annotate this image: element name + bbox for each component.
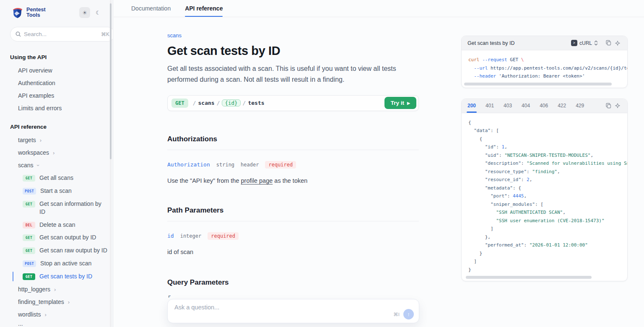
required-badge: required xyxy=(265,161,296,169)
page-title: Get scan tests by ID xyxy=(167,44,419,58)
breadcrumb-scans-link[interactable]: scans xyxy=(167,32,419,39)
sidebar-scrollbar-thumb[interactable] xyxy=(110,3,112,159)
profile-page-link[interactable]: profile page xyxy=(241,177,273,184)
request-card-title: Get scan tests by ID xyxy=(467,40,571,46)
response-json-block: { "data": [ { "id": 1, "uid": "NETSCAN-S… xyxy=(462,113,627,281)
sidebar-endpoint-get-scan-output[interactable]: GET Get scan output by ID xyxy=(0,231,113,244)
auth-note: Use the "API key" from the profile page … xyxy=(167,177,419,184)
method-badge-get: GET xyxy=(23,273,35,280)
sparkle-icon xyxy=(615,40,621,46)
auth-param-name: Authorization xyxy=(167,161,210,168)
sidebar-group-scans[interactable]: scans › xyxy=(0,159,113,171)
method-badge-get: GET xyxy=(23,201,35,208)
code-examples-panel: Get scan tests by ID > cURL xyxy=(461,36,628,281)
status-tab-406[interactable]: 406 xyxy=(540,99,548,113)
status-tab-401[interactable]: 401 xyxy=(486,99,494,113)
auth-param-type: string xyxy=(216,162,234,168)
ask-shortcut: ⌘I xyxy=(393,311,400,317)
status-tab-403[interactable]: 403 xyxy=(504,99,512,113)
required-badge: required xyxy=(208,232,239,240)
method-badge-get: GET xyxy=(23,234,35,241)
endpoint-label: Get scan raw output by ID xyxy=(39,247,107,254)
ask-question-box[interactable]: ⌘I ↑ xyxy=(167,299,419,323)
status-tab-404[interactable]: 404 xyxy=(522,99,530,113)
play-icon: ▶ xyxy=(407,101,410,105)
chevron-right-icon: › xyxy=(68,299,70,305)
dark-theme-button[interactable]: ☾ xyxy=(93,7,104,18)
sidebar-item-api-examples[interactable]: API examples xyxy=(0,89,113,102)
endpoint-label: Get scan tests by ID xyxy=(39,272,92,280)
tab-documentation[interactable]: Documentation xyxy=(131,0,171,17)
language-selector[interactable]: > cURL xyxy=(571,40,598,46)
search-shortcut: ⌘K xyxy=(101,31,109,37)
endpoint-label: Get all scans xyxy=(39,174,73,182)
moon-icon: ☾ xyxy=(96,10,101,16)
sidebar: PentestTools ☀ ☾ ⌘K Usi xyxy=(0,0,113,327)
sidebar-endpoint-get-scan-information[interactable]: GET Get scan information by ID xyxy=(0,197,113,218)
brand-name: PentestTools xyxy=(26,7,46,18)
ai-explain-request-button[interactable] xyxy=(613,39,622,48)
divider xyxy=(167,221,419,221)
sidebar-group-wordlists[interactable]: wordlists › xyxy=(0,308,113,321)
copy-response-button[interactable] xyxy=(604,101,613,110)
sidebar-group-targets[interactable]: targets › xyxy=(0,134,113,146)
main-content: scans Get scan tests by ID Get all tests… xyxy=(167,17,419,287)
endpoint-label: Stop an active scan xyxy=(40,260,91,267)
sidebar-endpoint-get-all-scans[interactable]: GET Get all scans xyxy=(0,171,113,184)
sidebar-group-clipped[interactable]: ... xyxy=(0,321,113,327)
horizontal-scrollbar-thumb[interactable] xyxy=(464,83,612,86)
search-box[interactable]: ⌘K xyxy=(10,27,113,42)
ask-question-input[interactable] xyxy=(174,304,355,311)
sidebar-endpoint-get-scan-raw-output[interactable]: GET Get scan raw output by ID xyxy=(0,244,113,257)
authorizations-heading: Authorizations xyxy=(167,135,419,143)
page-description: Get all tests associated with a scan. Th… xyxy=(167,63,419,86)
copy-icon xyxy=(605,103,612,109)
terminal-icon: > xyxy=(571,40,577,46)
chevron-right-icon: › xyxy=(54,287,56,292)
ai-explain-response-button[interactable] xyxy=(613,101,622,110)
method-badge-del: DEL xyxy=(23,222,35,228)
chevron-right-icon: › xyxy=(44,312,46,317)
sidebar-endpoint-start-a-scan[interactable]: POST Start a scan xyxy=(0,184,113,197)
horizontal-scrollbar-thumb[interactable] xyxy=(466,276,592,279)
search-input[interactable] xyxy=(24,31,98,37)
method-badge-post: POST xyxy=(23,188,36,195)
request-example-card: Get scan tests by ID > cURL xyxy=(461,36,628,88)
copy-request-button[interactable] xyxy=(604,39,613,48)
chevron-right-icon: › xyxy=(40,138,42,143)
shield-logo-icon xyxy=(12,7,23,18)
try-it-button[interactable]: Try it ▶ xyxy=(384,97,416,109)
method-badge-get: GET xyxy=(23,247,35,254)
brand-logo[interactable]: PentestTools xyxy=(12,7,46,18)
arrow-up-icon: ↑ xyxy=(407,311,410,317)
tab-api-reference[interactable]: API reference xyxy=(185,0,223,17)
sidebar-item-authentication[interactable]: Authentication xyxy=(0,77,113,89)
sidebar-endpoint-delete-a-scan[interactable]: DEL Delete a scan xyxy=(0,218,113,231)
endpoint-label: Delete a scan xyxy=(39,221,75,229)
status-tab-429[interactable]: 429 xyxy=(576,99,584,113)
auth-param-location: header xyxy=(241,162,259,168)
send-question-button[interactable]: ↑ xyxy=(403,309,414,319)
copy-icon xyxy=(605,40,612,46)
sidebar-endpoint-get-scan-tests-active[interactable]: GET Get scan tests by ID xyxy=(0,270,113,283)
endpoint-bar: GET / scans / {id} / tests Try it ▶ xyxy=(167,95,419,111)
divider xyxy=(167,150,419,150)
sidebar-group-http-loggers[interactable]: http_loggers › xyxy=(0,283,113,296)
path-parameters-heading: Path Parameters xyxy=(167,206,419,215)
sidebar-section-api-reference: API reference xyxy=(0,124,113,130)
endpoint-label: Get scan output by ID xyxy=(39,234,96,241)
chevron-right-icon: › xyxy=(53,150,55,156)
status-tab-422[interactable]: 422 xyxy=(558,99,566,113)
sidebar-item-limits-errors[interactable]: Limits and errors xyxy=(0,102,113,114)
updown-chevron-icon xyxy=(594,40,598,46)
sidebar-group-finding-templates[interactable]: finding_templates › xyxy=(0,296,113,308)
sidebar-item-api-overview[interactable]: API overview xyxy=(0,64,113,77)
clipped-query-param: r xyxy=(168,294,171,298)
endpoint-label: Start a scan xyxy=(40,187,72,195)
sidebar-endpoint-stop-active-scan[interactable]: POST Stop an active scan xyxy=(0,257,113,270)
endpoint-path-id-param: {id} xyxy=(222,99,240,106)
status-tab-200[interactable]: 200 xyxy=(467,99,476,113)
path-param-name: id xyxy=(167,233,174,239)
sidebar-group-workspaces[interactable]: workspaces › xyxy=(0,146,113,159)
light-theme-button[interactable]: ☀ xyxy=(79,7,90,18)
